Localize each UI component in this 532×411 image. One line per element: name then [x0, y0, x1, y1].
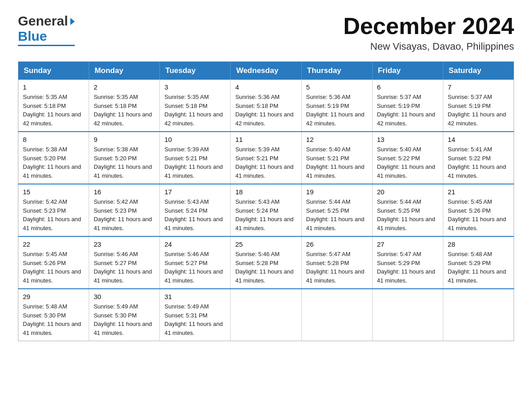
calendar-cell: 6Sunrise: 5:37 AMSunset: 5:19 PMDaylight…	[372, 80, 443, 132]
day-number: 1	[23, 83, 84, 91]
day-info: Sunrise: 5:46 AMSunset: 5:28 PMDaylight:…	[235, 250, 296, 285]
day-info: Sunrise: 5:37 AMSunset: 5:19 PMDaylight:…	[377, 93, 438, 128]
day-info: Sunrise: 5:36 AMSunset: 5:19 PMDaylight:…	[306, 93, 368, 128]
calendar-cell: 11Sunrise: 5:39 AMSunset: 5:21 PMDayligh…	[231, 132, 301, 184]
calendar-cell	[443, 289, 514, 341]
calendar-header-monday: Monday	[89, 62, 160, 80]
day-number: 22	[23, 240, 84, 248]
calendar-header-wednesday: Wednesday	[231, 62, 301, 80]
day-number: 25	[235, 240, 296, 248]
day-info: Sunrise: 5:44 AMSunset: 5:25 PMDaylight:…	[377, 197, 438, 232]
calendar-cell: 28Sunrise: 5:48 AMSunset: 5:29 PMDayligh…	[443, 236, 514, 289]
calendar-week-3: 15Sunrise: 5:42 AMSunset: 5:23 PMDayligh…	[18, 184, 514, 236]
day-number: 17	[164, 188, 226, 196]
day-info: Sunrise: 5:39 AMSunset: 5:21 PMDaylight:…	[164, 145, 226, 180]
day-number: 19	[306, 188, 368, 196]
calendar-cell	[301, 289, 372, 341]
day-info: Sunrise: 5:36 AMSunset: 5:18 PMDaylight:…	[235, 93, 296, 128]
day-info: Sunrise: 5:41 AMSunset: 5:22 PMDaylight:…	[448, 145, 509, 180]
logo-underline	[18, 45, 75, 46]
day-number: 12	[306, 136, 368, 143]
calendar-cell: 25Sunrise: 5:46 AMSunset: 5:28 PMDayligh…	[231, 236, 301, 289]
day-info: Sunrise: 5:35 AMSunset: 5:18 PMDaylight:…	[164, 93, 226, 128]
calendar-cell: 24Sunrise: 5:46 AMSunset: 5:27 PMDayligh…	[160, 236, 231, 289]
page-header: General Blue December 2024 New Visayas, …	[18, 13, 514, 52]
day-number: 29	[23, 293, 84, 300]
day-number: 26	[306, 240, 368, 248]
calendar-cell: 27Sunrise: 5:47 AMSunset: 5:29 PMDayligh…	[372, 236, 443, 289]
day-number: 31	[164, 293, 226, 300]
calendar-cell: 21Sunrise: 5:45 AMSunset: 5:26 PMDayligh…	[443, 184, 514, 236]
calendar-cell: 31Sunrise: 5:49 AMSunset: 5:31 PMDayligh…	[160, 289, 231, 341]
calendar-cell: 22Sunrise: 5:45 AMSunset: 5:26 PMDayligh…	[18, 236, 89, 289]
calendar-header-sunday: Sunday	[18, 62, 89, 80]
calendar-cell: 4Sunrise: 5:36 AMSunset: 5:18 PMDaylight…	[231, 80, 301, 132]
calendar-cell: 14Sunrise: 5:41 AMSunset: 5:22 PMDayligh…	[443, 132, 514, 184]
calendar-cell: 10Sunrise: 5:39 AMSunset: 5:21 PMDayligh…	[160, 132, 231, 184]
calendar-cell: 26Sunrise: 5:47 AMSunset: 5:28 PMDayligh…	[301, 236, 372, 289]
day-number: 16	[94, 188, 155, 196]
calendar-header-friday: Friday	[372, 62, 443, 80]
calendar-cell	[231, 289, 301, 341]
day-number: 2	[94, 83, 155, 91]
logo: General Blue	[18, 13, 75, 46]
day-number: 24	[164, 240, 226, 248]
calendar-cell: 29Sunrise: 5:48 AMSunset: 5:30 PMDayligh…	[18, 289, 89, 341]
calendar-cell: 8Sunrise: 5:38 AMSunset: 5:20 PMDaylight…	[18, 132, 89, 184]
day-info: Sunrise: 5:45 AMSunset: 5:26 PMDaylight:…	[448, 197, 509, 232]
calendar-table: SundayMondayTuesdayWednesdayThursdayFrid…	[18, 61, 514, 341]
day-info: Sunrise: 5:35 AMSunset: 5:18 PMDaylight:…	[23, 93, 84, 128]
day-number: 9	[94, 136, 155, 143]
day-info: Sunrise: 5:40 AMSunset: 5:22 PMDaylight:…	[377, 145, 438, 180]
calendar-week-2: 8Sunrise: 5:38 AMSunset: 5:20 PMDaylight…	[18, 132, 514, 184]
calendar-cell	[372, 289, 443, 341]
calendar-week-4: 22Sunrise: 5:45 AMSunset: 5:26 PMDayligh…	[18, 236, 514, 289]
day-number: 7	[448, 83, 509, 91]
calendar-cell: 19Sunrise: 5:44 AMSunset: 5:25 PMDayligh…	[301, 184, 372, 236]
day-info: Sunrise: 5:46 AMSunset: 5:27 PMDaylight:…	[94, 250, 155, 285]
day-number: 18	[235, 188, 296, 196]
day-number: 8	[23, 136, 84, 143]
day-info: Sunrise: 5:45 AMSunset: 5:26 PMDaylight:…	[23, 250, 84, 285]
day-number: 5	[306, 83, 368, 91]
calendar-cell: 30Sunrise: 5:49 AMSunset: 5:30 PMDayligh…	[89, 289, 160, 341]
day-number: 20	[377, 188, 438, 196]
logo-triangle-icon	[70, 18, 75, 25]
day-info: Sunrise: 5:44 AMSunset: 5:25 PMDaylight:…	[306, 197, 368, 232]
calendar-header-saturday: Saturday	[443, 62, 514, 80]
day-info: Sunrise: 5:48 AMSunset: 5:30 PMDaylight:…	[23, 302, 84, 337]
day-number: 4	[235, 83, 296, 91]
logo-blue: Blue	[18, 29, 47, 44]
day-number: 13	[377, 136, 438, 143]
day-number: 27	[377, 240, 438, 248]
day-number: 28	[448, 240, 509, 248]
day-info: Sunrise: 5:49 AMSunset: 5:31 PMDaylight:…	[164, 302, 226, 337]
day-info: Sunrise: 5:47 AMSunset: 5:29 PMDaylight:…	[377, 250, 438, 285]
day-number: 23	[94, 240, 155, 248]
day-info: Sunrise: 5:42 AMSunset: 5:23 PMDaylight:…	[23, 197, 84, 232]
day-number: 3	[164, 83, 226, 91]
day-info: Sunrise: 5:38 AMSunset: 5:20 PMDaylight:…	[23, 145, 84, 180]
calendar-cell: 15Sunrise: 5:42 AMSunset: 5:23 PMDayligh…	[18, 184, 89, 236]
calendar-cell: 20Sunrise: 5:44 AMSunset: 5:25 PMDayligh…	[372, 184, 443, 236]
calendar-week-1: 1Sunrise: 5:35 AMSunset: 5:18 PMDaylight…	[18, 80, 514, 132]
day-info: Sunrise: 5:42 AMSunset: 5:23 PMDaylight:…	[94, 197, 155, 232]
day-info: Sunrise: 5:39 AMSunset: 5:21 PMDaylight:…	[235, 145, 296, 180]
calendar-header-row: SundayMondayTuesdayWednesdayThursdayFrid…	[18, 62, 514, 80]
calendar-cell: 2Sunrise: 5:35 AMSunset: 5:18 PMDaylight…	[89, 80, 160, 132]
day-info: Sunrise: 5:43 AMSunset: 5:24 PMDaylight:…	[164, 197, 226, 232]
calendar-header-tuesday: Tuesday	[160, 62, 231, 80]
title-section: December 2024 New Visayas, Davao, Philip…	[343, 13, 514, 52]
day-info: Sunrise: 5:37 AMSunset: 5:19 PMDaylight:…	[448, 93, 509, 128]
logo-general: General	[18, 13, 68, 29]
calendar-cell: 1Sunrise: 5:35 AMSunset: 5:18 PMDaylight…	[18, 80, 89, 132]
day-info: Sunrise: 5:48 AMSunset: 5:29 PMDaylight:…	[448, 250, 509, 285]
day-number: 30	[94, 293, 155, 300]
day-number: 11	[235, 136, 296, 143]
day-number: 10	[164, 136, 226, 143]
calendar-cell: 12Sunrise: 5:40 AMSunset: 5:21 PMDayligh…	[301, 132, 372, 184]
calendar-cell: 13Sunrise: 5:40 AMSunset: 5:22 PMDayligh…	[372, 132, 443, 184]
month-title: December 2024	[343, 13, 514, 39]
calendar-cell: 3Sunrise: 5:35 AMSunset: 5:18 PMDaylight…	[160, 80, 231, 132]
day-info: Sunrise: 5:35 AMSunset: 5:18 PMDaylight:…	[94, 93, 155, 128]
